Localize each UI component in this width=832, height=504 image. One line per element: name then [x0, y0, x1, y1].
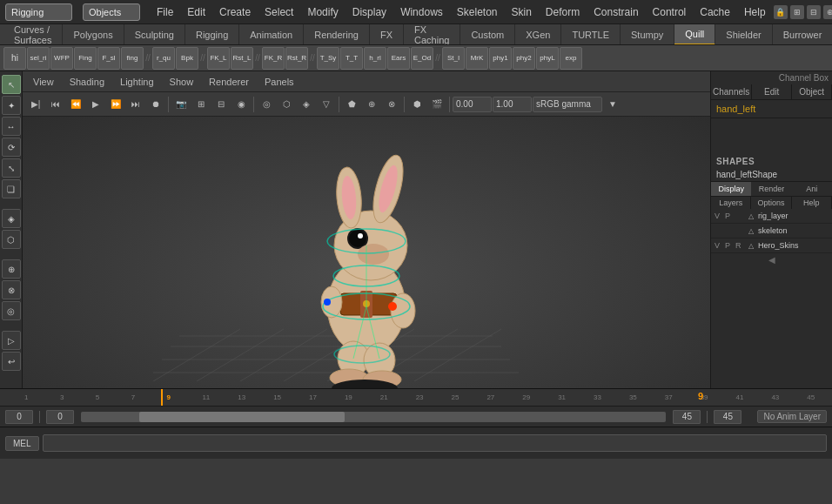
shelf-fing[interactable]: fing — [121, 47, 144, 70]
lasso-tool-icon[interactable]: ✦ — [2, 96, 21, 115]
magnet-icon[interactable]: ⊕ — [823, 5, 832, 19]
paint-icon[interactable]: ⬡ — [2, 230, 21, 249]
shelf-ears[interactable]: Ears — [387, 47, 410, 70]
tab-curves-surfaces[interactable]: Curves / Surfaces — [3, 24, 63, 45]
command-input[interactable] — [43, 434, 827, 452]
shelf-fingers-sel[interactable]: F_sl — [97, 47, 120, 70]
scroll-left-arrow[interactable]: ◀ — [711, 253, 832, 266]
menu-skeleton[interactable]: Skeleton — [451, 4, 504, 20]
play-btn-icon[interactable]: ▶ — [86, 95, 105, 114]
tab-polygons[interactable]: Polygons — [63, 24, 124, 45]
shelf-studio-i[interactable]: St_I — [442, 47, 465, 70]
tab-custom[interactable]: Custom — [460, 24, 515, 45]
rotate-tool-icon[interactable]: ⟳ — [2, 138, 21, 157]
shelf-export[interactable]: exp — [560, 47, 582, 70]
playblast-icon[interactable]: 🎬 — [427, 95, 446, 114]
help-tab[interactable]: Help — [792, 197, 832, 209]
menu-deform[interactable]: Deform — [540, 4, 586, 20]
time-input[interactable] — [453, 97, 492, 112]
timeline-playhead[interactable] — [161, 389, 163, 406]
vp-renderer[interactable]: Renderer — [204, 76, 254, 88]
shelf-mr-klee[interactable]: MrK — [466, 47, 488, 70]
last-frame-icon[interactable]: ⏭ — [126, 95, 145, 114]
scale-input[interactable] — [493, 97, 532, 112]
cb-tab-object[interactable]: Object — [792, 84, 832, 99]
vp-shading[interactable]: Shading — [64, 76, 110, 88]
mel-label[interactable]: MEL — [5, 436, 39, 451]
vp-view[interactable]: View — [28, 76, 59, 88]
shelf-reset-r[interactable]: Rst_R — [285, 47, 308, 70]
menu-skin[interactable]: Skin — [506, 4, 538, 20]
info-icon[interactable]: ◎ — [2, 301, 21, 320]
prev-frame-icon[interactable]: ⏪ — [66, 95, 85, 114]
tab-shielder[interactable]: Shielder — [715, 24, 772, 45]
tab-animation[interactable]: Animation — [239, 24, 304, 45]
shelf-reset-li[interactable]: Rst_L — [231, 47, 253, 70]
shelf-phy1[interactable]: phy1 — [489, 47, 512, 70]
tab-xgen[interactable]: XGen — [515, 24, 561, 45]
layers-tab[interactable]: Layers — [711, 197, 751, 209]
shelf-fk-rhar[interactable]: FK_R — [262, 47, 285, 70]
soft-select-icon[interactable]: ◈ — [2, 209, 21, 228]
menu-display[interactable]: Display — [346, 4, 393, 20]
menu-file[interactable]: File — [151, 4, 179, 20]
mode-dropdown[interactable]: Rigging Animation Modeling — [5, 3, 72, 21]
vp-show[interactable]: Show — [164, 76, 199, 88]
playback-current-input[interactable] — [46, 410, 74, 424]
layer-rig[interactable]: V P △ rig_layer — [711, 209, 832, 224]
menu-control[interactable]: Control — [647, 4, 693, 20]
layer-skeleton[interactable]: △ skeleton — [711, 224, 832, 239]
tab-rigging[interactable]: Rigging — [185, 24, 239, 45]
xray-icon[interactable]: ⬟ — [342, 95, 361, 114]
vp-lighting[interactable]: Lighting — [115, 76, 159, 88]
menu-windows[interactable]: Windows — [394, 4, 449, 20]
wire-icon[interactable]: ◎ — [257, 95, 276, 114]
shelf-sel-wfp[interactable]: WFP — [50, 47, 73, 70]
tab-rendering[interactable]: Rendering — [304, 24, 370, 45]
select-tool-icon[interactable]: ↖ — [2, 75, 21, 94]
shadow-icon[interactable]: ▽ — [317, 95, 336, 114]
tab-burrower[interactable]: Burrower — [773, 24, 832, 45]
snap2-icon[interactable]: ⊟ — [807, 5, 821, 19]
menu-constrain[interactable]: Constrain — [587, 4, 644, 20]
play-icon[interactable]: ▷ — [2, 331, 21, 350]
range-bar[interactable] — [81, 412, 666, 422]
shelf-heel-roll[interactable]: h_rl — [364, 47, 386, 70]
tab-fx-caching[interactable]: FX Caching — [404, 24, 460, 45]
hud-icon[interactable]: ⊗ — [382, 95, 401, 114]
cb-tab-edit[interactable]: Edit — [752, 84, 792, 99]
cb-tab-channels[interactable]: Channels — [711, 84, 752, 99]
first-frame-icon[interactable]: ⏮ — [46, 95, 65, 114]
record-icon[interactable]: ⏺ — [146, 95, 165, 114]
light-icon[interactable]: ◈ — [297, 95, 316, 114]
display-tab[interactable]: Display — [711, 182, 751, 196]
select-tb-icon[interactable]: ◉ — [231, 95, 251, 114]
menu-help[interactable]: Help — [738, 4, 772, 20]
tab-sculpting[interactable]: Sculpting — [124, 24, 185, 45]
no-anim-layer[interactable]: No Anim Layer — [757, 410, 827, 423]
playback-end-input[interactable] — [714, 410, 741, 424]
gamma-input[interactable] — [533, 97, 602, 112]
gamma-toggle-icon[interactable]: ▼ — [603, 95, 622, 114]
menu-create[interactable]: Create — [213, 4, 257, 20]
isolate-icon[interactable]: ⊕ — [362, 95, 381, 114]
range-start-input[interactable] — [5, 410, 33, 424]
show-manip-icon[interactable]: ❏ — [2, 179, 21, 198]
grid-icon[interactable]: ⊞ — [790, 5, 804, 19]
playback-icon[interactable]: ▶| — [26, 95, 45, 114]
next-frame-icon[interactable]: ⏩ — [106, 95, 125, 114]
shelf-backpack[interactable]: Bpk — [176, 47, 198, 70]
snap-tb-icon[interactable]: ⊟ — [211, 95, 231, 114]
grid-tb-icon[interactable]: ⊞ — [191, 95, 211, 114]
remove-icon[interactable]: ⊗ — [2, 280, 21, 299]
shelf-fingers[interactable]: Fing — [74, 47, 97, 70]
snap-icon[interactable]: 🔒 — [774, 5, 788, 19]
undo-icon[interactable]: ↩ — [2, 352, 21, 371]
add-icon[interactable]: ⊕ — [2, 259, 21, 279]
shelf-fk-lhar[interactable]: FK_L — [207, 47, 230, 70]
menu-edit[interactable]: Edit — [181, 4, 211, 20]
options-tab[interactable]: Options — [751, 197, 791, 209]
render-region-icon[interactable]: ⬢ — [407, 95, 426, 114]
shelf-trans-t[interactable]: T_T — [340, 47, 363, 70]
shelf-rig-quill[interactable]: r_qu — [152, 47, 175, 70]
